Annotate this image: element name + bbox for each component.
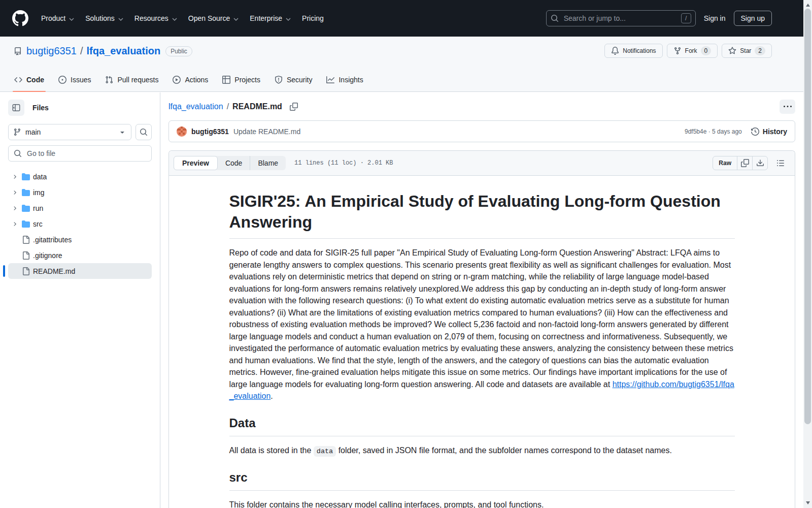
commit-time: 5 days ago: [712, 128, 742, 135]
fork-button[interactable]: Fork 0: [667, 44, 718, 58]
tab-label: Code: [26, 76, 44, 84]
commit-sha[interactable]: 9df5b4e: [685, 128, 706, 135]
tab-label: Projects: [234, 76, 260, 84]
file-view-switcher: Preview Code Blame: [174, 156, 286, 170]
tree-item-label: .gitattributes: [33, 236, 72, 244]
files-panel-title: Files: [32, 104, 49, 112]
tree-item-label: .gitignore: [33, 251, 62, 260]
chevron-down-icon: [118, 18, 123, 21]
repo-header: bugtig6351 / lfqa_evaluation Public Noti…: [0, 37, 803, 92]
table-icon: [222, 76, 230, 84]
nav-item-product[interactable]: Product: [36, 10, 80, 26]
nav-item-open-source[interactable]: Open Source: [183, 10, 245, 26]
tab-security[interactable]: Security: [269, 68, 318, 91]
latest-commit-bar: bugtig6351 Update README.md 9df5b4e · 5 …: [168, 120, 795, 142]
scroll-up-arrow[interactable]: [803, 1, 812, 9]
readme-abstract: Repo of code and data for SIGIR-25 full …: [229, 247, 735, 402]
section-data-text: All data is stored in the data folder, s…: [229, 444, 735, 457]
chevron-right-icon[interactable]: [9, 205, 20, 211]
readme-markdown-body: SIGIR'25: An Empirical Study of Evaluati…: [225, 176, 739, 508]
go-to-file-input[interactable]: [26, 149, 146, 158]
tab-insights[interactable]: Insights: [321, 68, 368, 91]
notifications-label: Notifications: [623, 47, 656, 54]
scrollbar-thumb[interactable]: [804, 9, 811, 424]
code-icon: [14, 76, 22, 84]
code-view-layout: Files main data img: [0, 92, 803, 508]
tree-item-label: run: [33, 204, 43, 212]
outline-button[interactable]: [773, 156, 788, 170]
tree-item-run[interactable]: run: [8, 200, 152, 216]
page-scrollbar[interactable]: [803, 0, 812, 508]
download-icon: [756, 159, 764, 167]
search-shortcut-key: /: [681, 13, 691, 23]
graph-icon: [326, 76, 334, 84]
repo-owner-link[interactable]: bugtig6351: [26, 45, 77, 57]
list-unordered-icon: [776, 159, 785, 167]
star-icon: [728, 47, 736, 55]
tab-label: Actions: [185, 76, 208, 84]
tab-file-code[interactable]: Code: [218, 156, 250, 170]
repo-name-link[interactable]: lfqa_evaluation: [87, 45, 161, 57]
tree-item-gitignore[interactable]: .gitignore: [8, 247, 152, 263]
tree-item-img[interactable]: img: [8, 184, 152, 200]
sign-up-button[interactable]: Sign up: [734, 11, 772, 26]
tab-pull-requests[interactable]: Pull requests: [100, 68, 163, 91]
raw-button-group: Raw: [713, 156, 768, 170]
tab-projects[interactable]: Projects: [217, 68, 265, 91]
branch-selector[interactable]: main: [8, 124, 131, 140]
nav-item-label: Pricing: [302, 14, 324, 22]
tree-item-src[interactable]: src: [8, 216, 152, 232]
nav-item-enterprise[interactable]: Enterprise: [244, 10, 296, 26]
github-logo-icon[interactable]: [12, 10, 28, 26]
tab-preview[interactable]: Preview: [174, 156, 218, 170]
global-search-input[interactable]: [563, 14, 677, 23]
file-view-main: lfqa_evaluation / README.md bugtig6351 U…: [160, 92, 803, 508]
avatar[interactable]: [177, 126, 187, 137]
nav-item-resources[interactable]: Resources: [129, 10, 183, 26]
breadcrumb-repo-link[interactable]: lfqa_evaluation: [168, 102, 223, 111]
issue-opened-icon: [58, 76, 66, 84]
search-icon: [140, 128, 148, 136]
global-search[interactable]: /: [546, 10, 696, 26]
nav-item-solutions[interactable]: Solutions: [80, 10, 129, 26]
sign-in-link[interactable]: Sign in: [704, 14, 726, 22]
collapse-sidebar-button[interactable]: [8, 100, 24, 116]
header-right: / Sign in Sign up: [546, 10, 772, 26]
chevron-right-icon[interactable]: [9, 221, 20, 227]
file-content-box: Preview Code Blame 11 lines (11 loc) · 2…: [168, 150, 795, 508]
chevron-down-icon: [286, 18, 291, 21]
raw-button[interactable]: Raw: [713, 156, 737, 170]
nav-item-label: Product: [41, 14, 65, 22]
nav-item-label: Solutions: [85, 14, 115, 22]
breadcrumb-separator: /: [227, 102, 229, 111]
tree-item-readme[interactable]: README.md: [8, 263, 152, 279]
folder-icon: [20, 173, 31, 181]
sidebar-search-button[interactable]: [136, 124, 152, 140]
commit-message-link[interactable]: Update README.md: [233, 128, 300, 136]
tree-item-data[interactable]: data: [8, 169, 152, 184]
download-raw-button[interactable]: [752, 156, 767, 170]
copy-path-button[interactable]: [288, 101, 300, 113]
notifications-button[interactable]: Notifications: [604, 44, 662, 58]
chevron-right-icon[interactable]: [9, 189, 20, 196]
inline-code-data: data: [314, 446, 336, 457]
tab-actions[interactable]: Actions: [167, 68, 213, 91]
star-button[interactable]: Star 2: [722, 44, 772, 58]
tab-issues[interactable]: Issues: [53, 68, 96, 91]
commit-author-link[interactable]: bugtig6351: [191, 128, 229, 136]
tree-item-gitattributes[interactable]: .gitattributes: [8, 232, 152, 247]
scroll-down-arrow[interactable]: [803, 499, 812, 507]
nav-item-pricing[interactable]: Pricing: [296, 10, 329, 26]
tab-code[interactable]: Code: [9, 68, 49, 91]
go-to-file-field[interactable]: [8, 145, 152, 162]
section-src-text: This folder contains the necessary model…: [229, 499, 735, 508]
folder-icon: [20, 204, 31, 212]
branch-name: main: [25, 128, 41, 136]
tab-blame[interactable]: Blame: [250, 156, 286, 170]
chevron-right-icon[interactable]: [9, 174, 20, 180]
copy-file-button[interactable]: [737, 156, 752, 170]
file-overflow-menu-button[interactable]: [780, 100, 795, 114]
commit-sha-and-time[interactable]: 9df5b4e · 5 days ago: [685, 128, 742, 135]
history-button[interactable]: History: [751, 128, 787, 136]
chevron-down-icon: [233, 18, 239, 21]
